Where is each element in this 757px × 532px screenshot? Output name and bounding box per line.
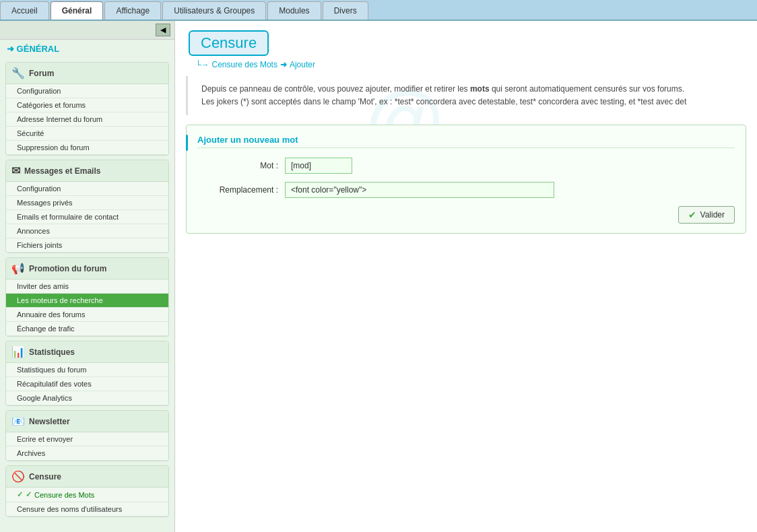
- content-title-area: Censure: [189, 30, 744, 56]
- sidebar-section-censure: 🚫Censure✓ Censure des MotsCensure des no…: [5, 465, 169, 517]
- sidebar-section-header-statistiques: 📊Statistiques: [6, 341, 168, 363]
- breadcrumb-step2[interactable]: Ajouter: [290, 60, 315, 69]
- top-tab-utilisateurs-&-groupes[interactable]: Utilisateurs & Groupes: [162, 1, 266, 20]
- sidebar-item-rcapitulatif_des_votes[interactable]: Récapitulatif des votes: [6, 377, 168, 391]
- sidebar-item-adresse_internet_du_forum[interactable]: Adresse Internet du forum: [6, 112, 168, 127]
- sidebar-item-scurit[interactable]: Sécurité: [6, 127, 168, 141]
- top-tab-général[interactable]: Général: [51, 1, 104, 20]
- mot-label: Mot :: [197, 161, 278, 170]
- sidebar-section-header-censure: 🚫Censure: [6, 466, 168, 488]
- sidebar-section-header-promotion: 📢Promotion du forum: [6, 258, 168, 279]
- sidebar-item-archives[interactable]: Archives: [6, 446, 168, 461]
- sidebar-section-promotion: 📢Promotion du forumInviter des amisLes m…: [5, 257, 169, 337]
- forum-icon: 🔧: [11, 67, 25, 79]
- description-text: Depuis ce panneau de contrôle, vous pouv…: [186, 76, 746, 115]
- sidebar-toggle[interactable]: ◀: [0, 21, 174, 40]
- sidebar-item-ecrire_et_envoyer[interactable]: Ecrire et envoyer: [6, 432, 168, 446]
- sidebar-section-header-messages: ✉Messages et Emails: [6, 160, 168, 182]
- mot-row: Mot :: [197, 158, 735, 174]
- add-word-section: Ajouter un nouveau mot Mot : Remplacemen…: [186, 125, 746, 234]
- description-line1: Depuis ce panneau de contrôle, vous pouv…: [201, 83, 733, 96]
- statistiques-icon: 📊: [11, 345, 25, 358]
- content-header: Censure └→ Censure des Mots ➜ Ajouter: [175, 21, 757, 73]
- sidebar-item-suppression_du_forum[interactable]: Suppression du forum: [6, 141, 168, 155]
- collapse-button[interactable]: ◀: [156, 24, 170, 36]
- main-layout: ◀ ➜ GÉNÉRAL 🔧ForumConfigurationCatégorie…: [0, 21, 757, 532]
- sidebar: ◀ ➜ GÉNÉRAL 🔧ForumConfigurationCatégorie…: [0, 21, 175, 532]
- valider-button[interactable]: ✔ Valider: [678, 206, 735, 224]
- breadcrumb-step1[interactable]: Censure des Mots: [212, 60, 277, 69]
- sidebar-item-les_moteurs_de_recherche[interactable]: Les moteurs de recherche: [6, 294, 168, 308]
- sidebar-item-emails_et_formulaire_de_contact[interactable]: Emails et formulaire de contact: [6, 210, 168, 224]
- form-actions: ✔ Valider: [197, 206, 735, 224]
- censure-icon: 🚫: [11, 470, 25, 483]
- sidebar-item-fichiers_joints[interactable]: Fichiers joints: [6, 238, 168, 253]
- breadcrumb-arrow1: └→: [195, 60, 209, 69]
- breadcrumb: └→ Censure des Mots ➜ Ajouter: [195, 60, 744, 69]
- content-area: @ Censure └→ Censure des Mots ➜ Ajouter …: [175, 21, 757, 532]
- sidebar-section-header-forum: 🔧Forum: [6, 63, 168, 84]
- messages-icon: ✉: [11, 164, 20, 177]
- newsletter-icon: 📧: [11, 415, 25, 428]
- top-tab-modules[interactable]: Modules: [267, 1, 321, 20]
- add-word-title: Ajouter un nouveau mot: [197, 135, 735, 148]
- sidebar-item-inviter_des_amis[interactable]: Inviter des amis: [6, 279, 168, 294]
- sidebar-item-censure_des_noms_dutilisateurs[interactable]: Censure des noms d'utilisateurs: [6, 502, 168, 517]
- sidebar-item-configuration[interactable]: Configuration: [6, 84, 168, 98]
- sidebar-section-header-newsletter: 📧Newsletter: [6, 411, 168, 432]
- promotion-icon: 📢: [11, 262, 25, 275]
- sidebar-nav-label: ➜ GÉNÉRAL: [0, 40, 174, 58]
- sidebar-item-catgories_et_forums[interactable]: Catégories et forums: [6, 98, 168, 112]
- top-nav: AccueilGénéralAffichageUtilisateurs & Gr…: [0, 0, 757, 21]
- top-tab-accueil[interactable]: Accueil: [0, 1, 49, 20]
- page-title: Censure: [189, 30, 269, 56]
- sidebar-section-statistiques: 📊StatistiquesStatistiques du forumRécapi…: [5, 341, 169, 406]
- sidebar-item-annuaire_des_forums[interactable]: Annuaire des forums: [6, 308, 168, 322]
- valider-icon: ✔: [688, 209, 696, 220]
- remplacement-label: Remplacement :: [197, 185, 278, 195]
- valider-label: Valider: [700, 210, 725, 220]
- top-tab-affichage[interactable]: Affichage: [104, 1, 161, 20]
- remplacement-row: Remplacement :: [197, 182, 735, 198]
- sidebar-item-change_de_trafic[interactable]: Échange de trafic: [6, 322, 168, 336]
- description-line2: Les jokers (*) sont acceptés dans le cha…: [201, 96, 733, 108]
- sidebar-item-censure_des_mots[interactable]: ✓ Censure des Mots: [6, 488, 168, 502]
- sidebar-item-google_analytics[interactable]: Google Analytics: [6, 391, 168, 405]
- sidebar-item-statistiques_du_forum[interactable]: Statistiques du forum: [6, 363, 168, 377]
- breadcrumb-arrow2: ➜: [280, 60, 287, 69]
- sidebar-section-messages: ✉Messages et EmailsConfigurationMessages…: [5, 160, 169, 253]
- sidebar-section-forum: 🔧ForumConfigurationCatégories et forumsA…: [5, 62, 169, 156]
- sidebar-item-annonces[interactable]: Annonces: [6, 224, 168, 238]
- sidebar-item-configuration[interactable]: Configuration: [6, 182, 168, 196]
- sidebar-section-newsletter: 📧NewsletterEcrire et envoyerArchives: [5, 410, 169, 461]
- remplacement-input[interactable]: [285, 182, 554, 198]
- mot-input[interactable]: [285, 158, 352, 174]
- sidebar-item-messages_privs[interactable]: Messages privés: [6, 196, 168, 210]
- top-tab-divers[interactable]: Divers: [323, 1, 368, 20]
